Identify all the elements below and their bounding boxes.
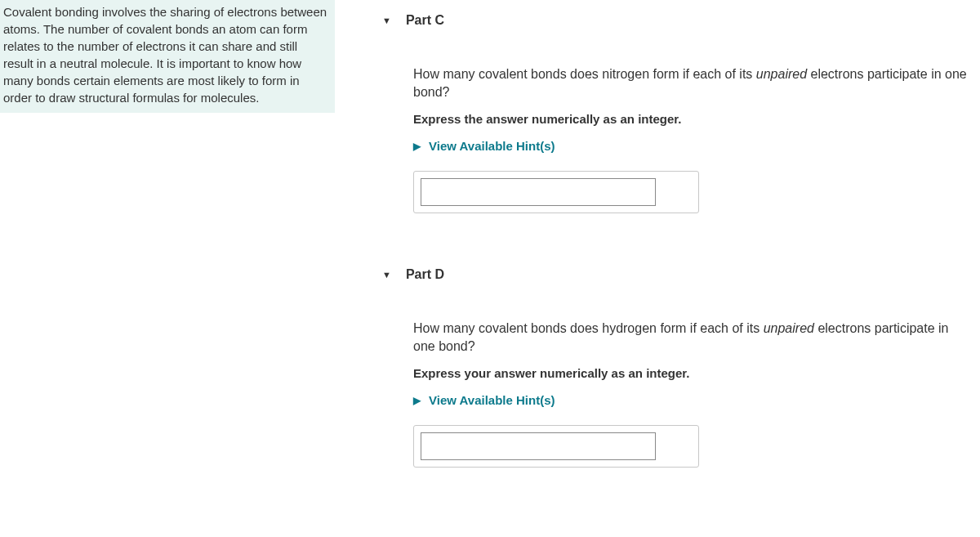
part-c-hints-label: View Available Hint(s) — [429, 139, 555, 153]
part-c-instruction: Express the answer numerically as an int… — [413, 112, 973, 126]
part-d-answer-input[interactable] — [421, 432, 656, 460]
part-c-question-italic: unpaired — [756, 67, 807, 81]
part-d-hints-toggle[interactable]: ▶ View Available Hint(s) — [413, 393, 973, 407]
part-d-instruction: Express your answer numerically as an in… — [413, 366, 973, 380]
intro-panel: Covalent bonding involves the sharing of… — [0, 0, 335, 113]
part-c-hints-toggle[interactable]: ▶ View Available Hint(s) — [413, 139, 973, 153]
intro-text: Covalent bonding involves the sharing of… — [3, 5, 327, 105]
part-d-title: Part D — [406, 267, 444, 282]
part-c-title: Part C — [406, 13, 444, 28]
part-d-question-prefix: How many covalent bonds does hydrogen fo… — [413, 321, 764, 335]
part-c-body: How many covalent bonds does nitrogen fo… — [376, 41, 980, 213]
part-d-section: ▼ Part D How many covalent bonds does hy… — [376, 254, 980, 468]
part-d-answer-container — [413, 425, 699, 468]
chevron-right-icon: ▶ — [413, 395, 421, 406]
part-c-answer-container — [413, 171, 699, 213]
part-c-answer-input[interactable] — [421, 178, 656, 206]
part-c-question-prefix: How many covalent bonds does nitrogen fo… — [413, 67, 756, 81]
chevron-down-icon: ▼ — [382, 270, 391, 280]
part-d-header[interactable]: ▼ Part D — [376, 254, 980, 295]
main-content: ▼ Part C How many covalent bonds does ni… — [376, 0, 980, 500]
part-d-question-italic: unpaired — [764, 321, 814, 335]
chevron-down-icon: ▼ — [382, 16, 391, 25]
part-d-body: How many covalent bonds does hydrogen fo… — [376, 295, 980, 468]
part-c-question: How many covalent bonds does nitrogen fo… — [413, 65, 973, 101]
chevron-right-icon: ▶ — [413, 141, 421, 152]
part-c-section: ▼ Part C How many covalent bonds does ni… — [376, 0, 980, 213]
part-d-hints-label: View Available Hint(s) — [429, 393, 555, 407]
part-d-question: How many covalent bonds does hydrogen fo… — [413, 320, 973, 355]
part-c-header[interactable]: ▼ Part C — [376, 0, 980, 41]
